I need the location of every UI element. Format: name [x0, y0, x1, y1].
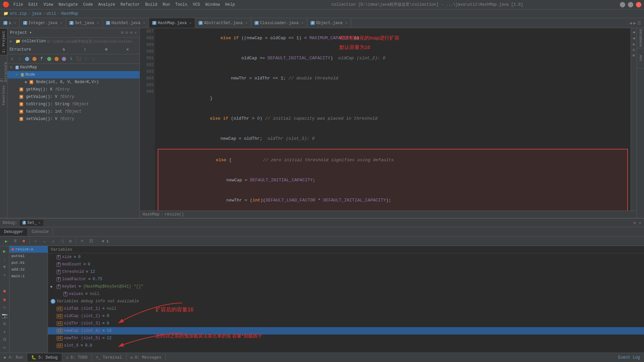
- debug-set-tab[interactable]: J Set_ ✕: [20, 220, 43, 226]
- project-icon-gear[interactable]: ⚙: [130, 30, 132, 35]
- menu-window[interactable]: Window: [205, 2, 220, 7]
- menu-help[interactable]: Help: [225, 2, 235, 7]
- project-icon-collapse[interactable]: ⊟: [125, 30, 128, 35]
- debug-pause[interactable]: ⏸: [11, 238, 19, 245]
- bottom-tab-debug[interactable]: 🐛 5: Debug: [27, 354, 62, 361]
- tab-abstractset[interactable]: J AbstractSet.java ✕: [195, 18, 251, 28]
- code-content[interactable]: else if ((newCap = oldCap << 1) < MAXIMU…: [155, 28, 631, 210]
- project-icon-expand[interactable]: ⊞: [121, 30, 123, 35]
- struct-btn-7[interactable]: ⬤: [53, 56, 60, 62]
- debug-btn-pencil[interactable]: ✎: [1, 304, 8, 311]
- struct-btn-6[interactable]: ⬤: [46, 56, 52, 62]
- call-item-main[interactable]: main:1: [9, 273, 48, 280]
- tree-method-getkey[interactable]: m getKey(): K †Entry: [7, 86, 140, 93]
- debug-tab-console[interactable]: Console: [28, 228, 53, 236]
- struct-btn-10[interactable]: ⬛: [75, 56, 82, 62]
- tab-classloader[interactable]: J ClassLoader.java ✕: [251, 18, 307, 28]
- menu-run[interactable]: Run: [163, 2, 170, 7]
- debug-btn-gear[interactable]: ⚙: [1, 320, 8, 327]
- sidebar-item-favorites[interactable]: Favorites: [0, 82, 7, 109]
- bc2-resize[interactable]: resize(): [165, 212, 184, 217]
- debug-btn-copy[interactable]: ⧉: [1, 336, 8, 343]
- debug-evaluate[interactable]: ⊞: [67, 238, 74, 245]
- var-newcap[interactable]: oi newCap (slot_4) = 16: [48, 327, 644, 335]
- tab-hashmap[interactable]: J HashMap.java ✕: [149, 18, 195, 28]
- debug-frames[interactable]: ≡: [78, 238, 86, 245]
- struct-btn-1[interactable]: ⇅: [9, 56, 15, 62]
- call-item-add[interactable]: add:22: [9, 266, 48, 273]
- debug-step-out[interactable]: ↗: [49, 238, 57, 245]
- tree-method-tostring[interactable]: m toString(): String †Object: [7, 101, 140, 108]
- bottom-tab-messages[interactable]: ✉ 0: Messages: [126, 354, 166, 361]
- tab-scroll-right[interactable]: ▶: [633, 20, 636, 26]
- menu-tools[interactable]: Tools: [175, 2, 187, 7]
- tree-node-class[interactable]: ▼ C Node: [7, 71, 140, 78]
- menu-view[interactable]: View: [44, 2, 53, 7]
- structure-icon-gear[interactable]: ⚙: [96, 47, 116, 52]
- menu-file[interactable]: File: [13, 2, 23, 7]
- debug-close-icon[interactable]: ✕: [639, 220, 641, 226]
- tab-set[interactable]: J Set_java ✕: [66, 18, 103, 28]
- tab-a[interactable]: J a ✕: [0, 18, 20, 28]
- maximize-button[interactable]: [628, 2, 633, 7]
- sidebar-right-database[interactable]: Database: [637, 28, 644, 48]
- var-oldcap[interactable]: oi oldCap (slot_2) = 0: [48, 312, 644, 320]
- breadcrumb-util[interactable]: util: [47, 11, 56, 16]
- var-modcount[interactable]: f modCount = 0: [48, 261, 644, 268]
- minimize-button[interactable]: [620, 2, 625, 7]
- tree-method-getvalue[interactable]: m getValue(): V †Entry: [7, 93, 140, 101]
- debug-threads[interactable]: ⛓: [87, 238, 95, 245]
- struct-btn-12[interactable]: ↓: [90, 56, 97, 62]
- sidebar-right-ant[interactable]: Ant: [637, 48, 644, 68]
- struct-btn-5[interactable]: f: [38, 56, 45, 62]
- debug-tab-debugger[interactable]: Debugger: [0, 228, 28, 236]
- var-values[interactable]: f values = null: [48, 290, 644, 298]
- tree-method-setvalue[interactable]: m setValue(): V †Entry: [7, 115, 140, 123]
- var-oldthr[interactable]: oi oldThr (slot_3) = 0: [48, 320, 644, 327]
- var-keyset[interactable]: ▶ f keySet = {HashMap$KeySet@541} "[]": [48, 283, 644, 290]
- menu-code[interactable]: Code: [83, 2, 93, 7]
- sidebar-right-icon-1[interactable]: ◀: [633, 29, 635, 35]
- structure-icon-1[interactable]: ⇅: [54, 47, 73, 52]
- debug-resume[interactable]: ▶: [3, 238, 10, 245]
- debug-btn-step[interactable]: ↓: [1, 255, 8, 263]
- tree-collection[interactable]: ▶ 📁 collection D:\idea\java程序放这里\collect…: [7, 38, 140, 45]
- tree-hashmap-root[interactable]: ▼ C HashMap: [7, 64, 140, 71]
- menu-edit[interactable]: Edit: [29, 2, 38, 7]
- menu-build[interactable]: Build: [145, 2, 157, 7]
- call-item-resize[interactable]: resize:A: [9, 246, 48, 253]
- debug-run-to-cursor[interactable]: →|: [58, 238, 65, 245]
- debug-btn-bookmark[interactable]: ◉: [1, 296, 8, 303]
- menu-vcs[interactable]: VCS: [193, 2, 200, 7]
- struct-btn-9[interactable]: λ: [68, 56, 74, 62]
- tree-method-hashcode[interactable]: m hashCode(): int †Object: [7, 108, 140, 115]
- call-item-putval[interactable]: putVal: [9, 253, 48, 259]
- debug-btn-star[interactable]: ★: [1, 328, 8, 335]
- tab-scroll-left[interactable]: ◀: [629, 20, 632, 26]
- breadcrumb-hashmap[interactable]: HashMap: [61, 11, 78, 16]
- breadcrumb-src[interactable]: src.zip: [10, 11, 26, 16]
- debug-btn-camera[interactable]: 📷: [1, 312, 8, 319]
- bottom-tab-run[interactable]: ▶ 4: Run: [0, 354, 27, 361]
- debug-btn-add[interactable]: +: [1, 272, 8, 279]
- tab-hashset[interactable]: J HashSet.java ✕: [103, 18, 149, 28]
- debug-btn-stop[interactable]: ■: [1, 288, 8, 295]
- bc2-hashmap[interactable]: HashMap: [143, 212, 159, 217]
- event-log[interactable]: Event Log: [614, 355, 644, 360]
- debug-btn-play[interactable]: ▶: [1, 247, 8, 255]
- struct-btn-3[interactable]: ⬤: [23, 56, 30, 62]
- debug-step-over[interactable]: ↷: [32, 238, 39, 245]
- call-item-put[interactable]: put:61: [9, 259, 48, 266]
- tab-integer[interactable]: J Integer.java ✕: [20, 18, 66, 28]
- bottom-tab-terminal[interactable]: >_ Terminal: [92, 354, 126, 361]
- struct-btn-4[interactable]: ⬤: [31, 56, 38, 62]
- project-icon-close[interactable]: ✕: [135, 30, 137, 35]
- menu-analyze[interactable]: Analyze: [98, 2, 115, 7]
- sidebar-item-project[interactable]: 1: Project: [0, 28, 7, 55]
- debug-btn-infinity[interactable]: ∞: [1, 344, 8, 351]
- var-oldtab[interactable]: oi oldTab (slot_1) = null: [48, 305, 644, 312]
- debug-settings-icon[interactable]: ⚙: [633, 220, 636, 226]
- close-button[interactable]: [636, 2, 641, 7]
- struct-btn-11[interactable]: ↑: [83, 56, 89, 62]
- tree-method-node-constructor[interactable]: m Node(int, K, V, Node<K,V>): [7, 78, 140, 86]
